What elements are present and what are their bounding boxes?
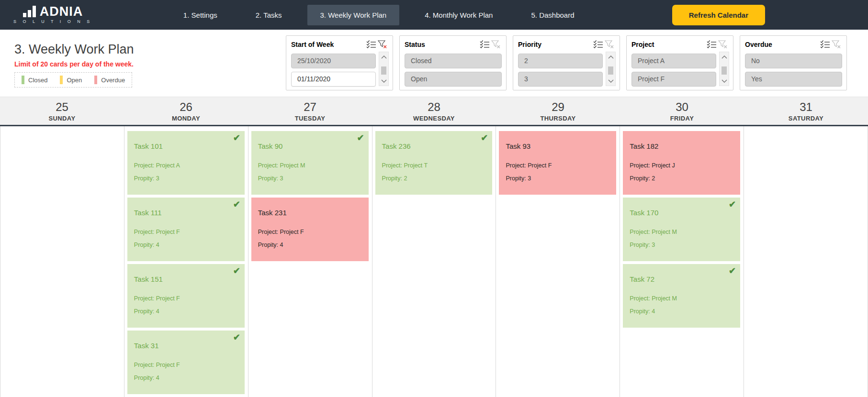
legend-item-overdue: Overdue: [94, 76, 125, 84]
task-card-task-182[interactable]: Task 182Project: Project JPropity: 2: [623, 131, 740, 195]
clear-filter-icon[interactable]: [604, 40, 615, 49]
day-column-friday: Task 182Project: Project JPropity: 2✔Tas…: [620, 126, 744, 397]
adnia-logo: ADNIA S O L U T I O N S: [13, 6, 92, 24]
clear-filter-icon[interactable]: [490, 40, 502, 49]
task-project: Project: Project F: [258, 229, 362, 235]
tab-4-monthly-work-plan[interactable]: 4. Monthly Work Plan: [412, 5, 506, 25]
day-header-sunday: 25SUNDAY: [0, 97, 124, 125]
tab-1-settings[interactable]: 1. Settings: [170, 5, 230, 25]
multi-select-icon[interactable]: [479, 40, 490, 49]
day-name: MONDAY: [124, 115, 248, 122]
legend-label: Closed: [28, 77, 47, 84]
slicer-item-25-10-2020[interactable]: 25/10/2020: [291, 54, 376, 68]
task-card-task-93[interactable]: Task 93Project: Project FPropity: 3: [499, 131, 616, 195]
task-card-task-31[interactable]: ✔Task 31Project: Project FPropity: 4: [127, 331, 245, 394]
slicer-item-project-a[interactable]: Project A: [631, 54, 716, 68]
slicer-item-3[interactable]: 3: [518, 72, 603, 87]
slicer-item-project-f[interactable]: Project F: [631, 72, 716, 87]
task-priority: Propity: 2: [630, 175, 733, 182]
clear-filter-icon[interactable]: [831, 40, 842, 49]
task-card-task-231[interactable]: Task 231Project: Project FPropity: 4: [251, 198, 369, 261]
task-project: Project: Project T: [382, 162, 486, 169]
slicer-scrollbar[interactable]: [379, 52, 389, 86]
slicer-item-01-11-2020[interactable]: 01/11/2020: [291, 72, 376, 87]
slicer-item-no[interactable]: No: [745, 54, 842, 68]
day-header-tuesday: 27TUESDAY: [248, 97, 372, 125]
task-priority: Propity: 4: [134, 375, 238, 381]
task-card-task-101[interactable]: ✔Task 101Project: Project APropity: 3: [127, 131, 245, 195]
day-name: WEDNESDAY: [372, 115, 496, 122]
logo-sub-text: S O L U T I O N S: [13, 19, 92, 24]
slicer-project: Project Project AProject F: [626, 35, 733, 90]
slicer-status: Status ClosedOpen: [399, 35, 507, 90]
slicer-title: Project: [631, 41, 706, 48]
task-project: Project: Project A: [134, 162, 238, 169]
slicer-overdue: Overdue NoYes: [740, 35, 847, 90]
task-priority: Propity: 2: [382, 175, 486, 182]
day-name: SATURDAY: [744, 115, 868, 122]
task-title: Task 72: [630, 275, 733, 283]
task-card-task-170[interactable]: ✔Task 170Project: Project MPropity: 3: [623, 198, 740, 261]
scroll-up-icon[interactable]: [720, 53, 729, 61]
day-column-sunday: [0, 126, 124, 397]
scroll-down-icon[interactable]: [379, 77, 388, 85]
header-area: 3. Weekly Work Plan Limit of 20 cards pe…: [0, 30, 868, 97]
task-project: Project: Project M: [630, 229, 733, 235]
task-card-task-72[interactable]: ✔Task 72Project: Project MPropity: 4: [623, 264, 740, 328]
scroll-down-icon[interactable]: [606, 77, 615, 85]
day-number: 27: [248, 100, 372, 114]
multi-select-icon[interactable]: [365, 40, 377, 49]
slicer-item-2[interactable]: 2: [518, 54, 603, 68]
task-project: Project: Project F: [134, 362, 238, 368]
scroll-up-icon[interactable]: [379, 53, 388, 61]
task-card-task-236[interactable]: ✔Task 236Project: Project TPropity: 2: [375, 131, 493, 195]
day-header-monday: 26MONDAY: [124, 97, 248, 125]
task-card-task-151[interactable]: ✔Task 151Project: Project FPropity: 4: [127, 264, 245, 328]
legend-item-open: Open: [60, 76, 82, 84]
tab-5-dashboard[interactable]: 5. Dashboard: [518, 5, 587, 25]
refresh-calendar-button[interactable]: Refresh Calendar: [672, 5, 765, 25]
task-project: Project: Project F: [506, 162, 609, 169]
scrollbar-thumb[interactable]: [381, 66, 386, 75]
task-title: Task 170: [630, 209, 733, 217]
task-card-task-90[interactable]: ✔Task 90Project: Project MPropity: 3: [251, 131, 369, 195]
task-title: Task 236: [382, 142, 486, 150]
task-priority: Propity: 3: [630, 242, 733, 248]
slicer-item-closed[interactable]: Closed: [405, 54, 502, 68]
tab-2-tasks[interactable]: 2. Tasks: [243, 5, 295, 25]
page-title: 3. Weekly Work Plan: [14, 42, 134, 57]
slicer-scrollbar[interactable]: [606, 52, 616, 86]
task-title: Task 93: [506, 142, 609, 150]
task-title: Task 111: [134, 209, 238, 217]
scrollbar-thumb[interactable]: [608, 66, 613, 75]
scroll-down-icon[interactable]: [720, 77, 729, 85]
day-name: TUESDAY: [248, 115, 372, 122]
task-priority: Propity: 4: [134, 242, 238, 248]
clear-filter-icon[interactable]: [717, 40, 729, 49]
slicer-title: Status: [405, 41, 479, 48]
task-title: Task 151: [134, 275, 238, 283]
slicer-item-yes[interactable]: Yes: [745, 72, 842, 87]
scrollbar-thumb[interactable]: [721, 66, 727, 75]
scroll-up-icon[interactable]: [606, 53, 615, 61]
calendar-day-header-row: 25SUNDAY26MONDAY27TUESDAY28WEDNESDAY29TH…: [0, 97, 868, 126]
task-project: Project: Project F: [134, 295, 238, 302]
slicer-priority: Priority 23: [513, 35, 620, 90]
check-icon: ✔: [357, 132, 364, 143]
task-title: Task 31: [134, 342, 238, 350]
slicer-scrollbar[interactable]: [719, 52, 729, 86]
tab-3-weekly-work-plan[interactable]: 3. Weekly Work Plan: [307, 5, 400, 25]
calendar-body: ✔Task 101Project: Project APropity: 3✔Ta…: [0, 126, 868, 397]
slicer-item-open[interactable]: Open: [405, 72, 502, 87]
multi-select-icon[interactable]: [592, 40, 604, 49]
clear-filter-icon[interactable]: [377, 40, 388, 49]
task-project: Project: Project J: [630, 162, 733, 169]
slicer-title: Priority: [518, 41, 592, 48]
task-card-task-111[interactable]: ✔Task 111Project: Project FPropity: 4: [127, 198, 245, 261]
task-priority: Propity: 3: [134, 175, 238, 182]
check-icon: ✔: [233, 265, 240, 276]
multi-select-icon[interactable]: [819, 40, 831, 49]
multi-select-icon[interactable]: [706, 40, 717, 49]
task-project: Project: Project M: [258, 162, 362, 169]
top-nav: ADNIA S O L U T I O N S 1. Settings2. Ta…: [0, 0, 868, 30]
